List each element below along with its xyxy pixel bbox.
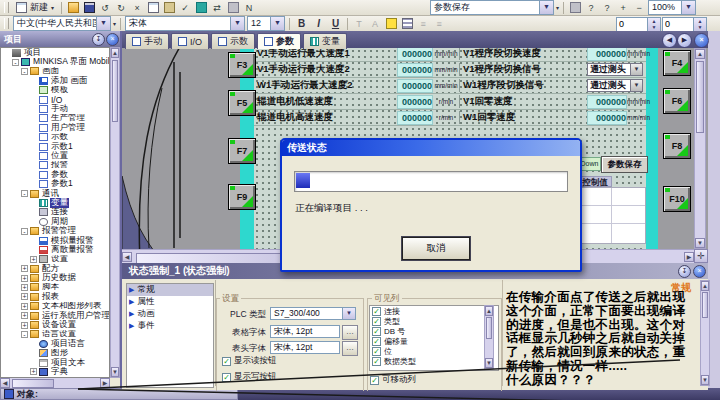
plc-type-combo[interactable]: S7_300/400▼ [270, 307, 356, 320]
close-icon[interactable]: × [106, 33, 119, 46]
tree-item[interactable]: + 脚本 [1, 283, 109, 292]
tree-item[interactable]: 生产管理 [1, 114, 109, 123]
header-font-browse-button[interactable]: … [342, 341, 358, 356]
scroll-up-icon[interactable]: ▲ [111, 48, 119, 58]
undo-icon[interactable]: ↺ [98, 1, 112, 14]
tree-expander[interactable]: + [30, 256, 37, 263]
editor-vertical-scrollbar[interactable]: ▲ ▼ [694, 48, 706, 249]
y-position-spinner[interactable]: 0▲▼ [662, 17, 707, 32]
scroll-down-icon[interactable]: ▼ [111, 367, 119, 377]
editor-tab[interactable]: 手动 [125, 33, 169, 49]
tree-item[interactable]: 参数 [1, 170, 109, 179]
parameter-value-field[interactable]: 000000 [397, 111, 433, 125]
scroll-right-icon[interactable]: ▶ [100, 378, 110, 388]
dialog-title-bar[interactable]: 传送状态 [282, 140, 580, 156]
tree-item[interactable]: + 运行系统用户管理 [1, 311, 109, 320]
scroll-up-icon[interactable]: ▲ [695, 49, 705, 59]
tree-item[interactable]: - MINKISA 界面 Mobile Pane [1, 57, 109, 66]
editor-tab[interactable]: I/O [171, 33, 209, 49]
tree-item[interactable]: 项目 [1, 48, 109, 57]
font-family-combo[interactable]: 宋体▼ [125, 16, 245, 31]
parameter-value-field[interactable]: 000000 [397, 95, 433, 109]
tree-item[interactable]: 连接 [1, 208, 109, 217]
find-next-icon[interactable]: N [242, 1, 256, 14]
tree-expander[interactable]: - [21, 331, 28, 338]
find-icon[interactable] [226, 1, 240, 14]
open-folder-icon[interactable] [66, 1, 80, 14]
align-center-icon[interactable]: ≡ [432, 17, 446, 30]
tree-expander[interactable]: + [21, 303, 28, 310]
function-key-button[interactable]: F9 [228, 184, 256, 210]
tree-item[interactable]: 添加 画面 [1, 76, 109, 85]
tree-item[interactable]: + 字典 [1, 367, 109, 376]
function-key-button[interactable]: F8 [663, 133, 691, 159]
pan-tool-icon[interactable]: ✛ [694, 249, 708, 263]
new-button[interactable]: 新建▾ [13, 1, 57, 14]
property-category-item[interactable]: ▶ 动画 [127, 308, 213, 320]
tree-item[interactable]: + 设备设置 [1, 320, 109, 329]
zoom-in-icon[interactable]: + [616, 1, 630, 14]
tree-item[interactable]: 模板 [1, 86, 109, 95]
redo-icon[interactable]: ↻ [114, 1, 128, 14]
scroll-right-icon[interactable]: ▶ [684, 252, 694, 262]
tree-item[interactable]: 周期 [1, 217, 109, 226]
movable-columns-checkbox[interactable]: ✓可移动列 [370, 374, 416, 386]
check-generator-icon[interactable]: ✓ [178, 1, 192, 14]
tree-item[interactable]: 模拟量报警 [1, 236, 109, 245]
pin-icon[interactable]: ↧ [678, 265, 691, 278]
header-font-field[interactable]: 宋体, 12pt [270, 341, 340, 354]
tree-expander[interactable]: + [21, 293, 28, 300]
table-font-field[interactable]: 宋体, 12pt [270, 325, 340, 338]
tree-item[interactable]: 项目文本 [1, 358, 109, 367]
parameter-set-combo[interactable]: 参数保存▼ [430, 0, 554, 15]
parameter-save-button[interactable]: 参数保存 [601, 156, 648, 173]
tree-item[interactable]: 用户管理 [1, 123, 109, 132]
underline-button[interactable]: U [328, 18, 343, 29]
visible-column-checkbox[interactable]: ✓ 数据类型 [370, 356, 498, 366]
tree-expander[interactable]: - [21, 68, 28, 75]
pin-icon[interactable]: ↧ [92, 33, 105, 46]
transfer-icon[interactable]: ⇄ [210, 1, 224, 14]
font-color-icon[interactable]: A [368, 17, 382, 30]
editor-tab[interactable]: 参数 [257, 33, 301, 49]
columns-list-scrollbar[interactable]: ▲ ▼ [484, 305, 494, 369]
tree-horizontal-scrollbar[interactable]: ◀ ▶ [0, 378, 110, 388]
tree-item[interactable]: 变量 [1, 198, 109, 207]
print-icon[interactable] [568, 1, 582, 14]
tree-item[interactable]: 手动 [1, 104, 109, 113]
copy-icon[interactable] [146, 1, 160, 14]
function-key-button[interactable]: F10 [663, 186, 691, 212]
tree-expander[interactable]: - [21, 228, 28, 235]
italic-button[interactable]: I [311, 18, 326, 29]
highlight-color-icon[interactable] [384, 17, 398, 30]
help-icon[interactable]: ? [584, 1, 598, 14]
zoom-out-icon[interactable]: − [632, 1, 646, 14]
nav-back-icon[interactable]: ◀ [662, 33, 677, 48]
tree-expander[interactable]: + [21, 312, 28, 319]
tree-expander[interactable]: + [21, 322, 28, 329]
scroll-left-icon[interactable]: ◀ [0, 378, 10, 388]
paste-icon[interactable] [162, 1, 176, 14]
visible-column-checkbox[interactable]: ✓ DB 号 [370, 326, 498, 336]
tree-item[interactable]: + 报表 [1, 292, 109, 301]
property-category-item[interactable]: ▶ 事件 [127, 320, 213, 332]
delete-icon[interactable]: × [130, 1, 144, 14]
tree-item[interactable]: 示数1 [1, 142, 109, 151]
parameter-value-field[interactable]: 000000 [587, 48, 627, 61]
scroll-up-icon[interactable]: ▲ [485, 306, 493, 316]
compile-icon[interactable] [194, 1, 208, 14]
visible-column-checkbox[interactable]: ✓ 偏移量 [370, 336, 498, 346]
close-editor-icon[interactable]: × [694, 33, 709, 48]
parameter-dropdown[interactable]: 通过测头▼ [587, 63, 643, 76]
language-combo[interactable]: 中文(中华人民共和国)▼ [13, 16, 111, 31]
tree-item[interactable]: + 历史数据 [1, 273, 109, 282]
scroll-down-icon[interactable]: ▼ [485, 358, 493, 368]
show-write-checkbox[interactable]: ✓显示写按钮 [222, 371, 277, 383]
property-category-item[interactable]: ▶ 常规 [127, 284, 213, 296]
tree-vertical-scrollbar[interactable]: ▲ ▼ [110, 47, 120, 378]
parameter-value-field[interactable]: 000000 [397, 48, 433, 61]
tree-item[interactable]: + 文本和图形列表 [1, 302, 109, 311]
scroll-down-icon[interactable]: ▼ [701, 375, 709, 385]
strike-icon[interactable]: T [352, 17, 366, 30]
x-position-spinner[interactable]: 0▲▼ [616, 17, 661, 32]
